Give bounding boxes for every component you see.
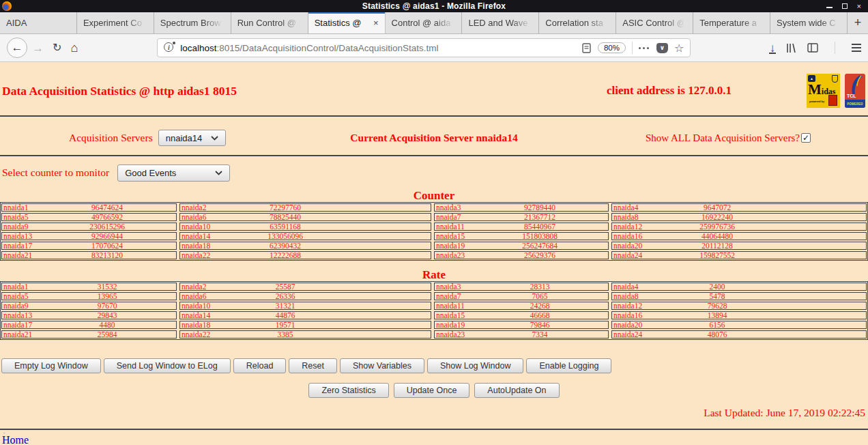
server-name: nnaida10 (180, 222, 252, 231)
midas-logo[interactable]: ▲ Midas powered by (807, 74, 840, 108)
server-name: nnaida14 (180, 311, 252, 319)
enable-logging-button[interactable]: Enable Logging (526, 358, 611, 373)
stat-value: 7334 (507, 330, 573, 339)
bookmark-star-icon[interactable]: ☆ (674, 42, 684, 55)
stat-cell-nnaida15: nnaida15151803808 (434, 232, 609, 240)
url-text[interactable]: localhost:8015/DataAcquisitionControl/Da… (180, 43, 577, 53)
counter-select[interactable]: Good Events (117, 164, 230, 182)
footer-dot: . (3, 430, 868, 434)
browser-tab-asic-control[interactable]: ASIC Control @ (616, 12, 693, 33)
stat-value: 12222688 (252, 251, 318, 259)
tab-title: Correlation sta (545, 18, 609, 28)
stat-value: 20112128 (684, 242, 750, 250)
browser-tab-statistics[interactable]: Statistics @× (308, 12, 386, 33)
stat-cell-nnaida18: nnaida1819571 (179, 321, 431, 329)
server-name: nnaida19 (435, 321, 507, 329)
page-actions-icon[interactable] (639, 47, 649, 49)
show-log-window-button[interactable]: Show Log Window (427, 358, 524, 373)
site-info-icon[interactable]: i (164, 42, 175, 53)
stat-value: 5478 (684, 292, 750, 300)
server-name: nnaida12 (612, 222, 684, 231)
browser-tab-spectrum-brow[interactable]: Spectrum Brow (154, 12, 231, 33)
stat-cell-nnaida9: nnaida9230615296 (1, 222, 177, 231)
stat-cell-nnaida12: nnaida12259976736 (611, 222, 867, 231)
browser-tab-aida[interactable]: AIDA (0, 12, 77, 33)
divider (0, 115, 868, 117)
zoom-level-badge[interactable]: 80% (598, 42, 626, 53)
menu-icon[interactable] (852, 44, 861, 52)
server-name: nnaida8 (612, 292, 684, 300)
browser-tab-experiment-co[interactable]: Experiment Co (77, 12, 154, 33)
stat-cell-nnaida20: nnaida2020112128 (611, 242, 867, 250)
stat-value: 72297760 (252, 203, 318, 212)
reload-button[interactable]: ↻ (53, 42, 61, 53)
stat-cell-nnaida10: nnaida1031321 (179, 302, 431, 310)
pocket-icon[interactable]: ∨ (656, 43, 668, 53)
server-select[interactable]: nnaida14 (158, 130, 227, 146)
stat-value: 85440967 (507, 222, 573, 231)
stat-cell-nnaida13: nnaida1392966944 (1, 232, 177, 240)
urlbar-separator (632, 42, 633, 54)
reader-mode-icon[interactable] (582, 43, 591, 53)
home-link[interactable]: Home (2, 434, 29, 445)
stat-value: 96474624 (74, 203, 140, 212)
stat-value: 151803808 (507, 232, 573, 240)
forward-button[interactable]: → (32, 42, 44, 54)
show-variables-button[interactable]: Show Variables (340, 358, 424, 373)
server-name: nnaida13 (2, 311, 74, 319)
tab-close-icon[interactable]: × (373, 18, 379, 28)
stat-value: 49766592 (74, 213, 140, 221)
downloads-button[interactable]: ↓ (769, 42, 776, 54)
last-updated-text: Last Updated: June 17, 2019 02:22:45 (0, 407, 868, 419)
home-button[interactable]: ⌂ (70, 42, 78, 54)
stat-value: 25984 (74, 330, 140, 339)
minimize-icon[interactable] (826, 0, 833, 12)
stat-cell-nnaida22: nnaida2212222688 (179, 251, 431, 259)
browser-tab-run-control[interactable]: Run Control @ (231, 12, 308, 33)
library-icon[interactable] (786, 43, 797, 53)
server-name: nnaida12 (612, 302, 684, 310)
send-log-window-to-elog-button[interactable]: Send Log Window to ELog (104, 358, 231, 373)
current-server-text: Current Acquisition Server nnaida14 (350, 132, 517, 144)
autoupdate-on-button[interactable]: AutoUpdate On (474, 383, 559, 398)
tcl-logo[interactable]: TCL POWERED (845, 74, 865, 108)
close-icon[interactable]: × (857, 0, 861, 12)
show-all-servers-checkbox[interactable]: ✓ (801, 133, 811, 143)
window-titlebar: Statistics @ aidas1 - Mozilla Firefox × (0, 0, 868, 12)
url-bar[interactable]: i localhost:8015/DataAcquisitionControl/… (157, 38, 691, 57)
reload-button[interactable]: Reload (233, 358, 287, 373)
reset-button[interactable]: Reset (289, 358, 337, 373)
empty-log-window-button[interactable]: Empty Log Window (1, 358, 101, 373)
stat-cell-nnaida17: nnaida174480 (1, 321, 177, 329)
stat-value: 28313 (507, 283, 573, 291)
zero-statistics-button[interactable]: Zero Statistics (308, 383, 388, 398)
stat-value: 79628 (684, 302, 750, 310)
sidebar-toggle-icon[interactable] (807, 43, 818, 53)
maximize-icon[interactable] (842, 0, 848, 12)
tab-title: Run Control @ (237, 18, 302, 28)
back-button[interactable]: ← (7, 38, 27, 58)
stat-cell-nnaida14: nnaida1444876 (179, 311, 431, 319)
tab-title: Control @ aida (392, 18, 456, 28)
midas-red-badge (828, 95, 837, 106)
browser-tab-system-wide-c[interactable]: System wide C (770, 12, 848, 33)
browser-tab-led-and-wave[interactable]: LED and Wave (462, 12, 539, 33)
server-name: nnaida24 (612, 330, 684, 339)
stat-cell-nnaida8: nnaida816922240 (611, 213, 867, 221)
browser-tab-control-aida[interactable]: Control @ aida (386, 12, 463, 33)
update-once-button[interactable]: Update Once (394, 383, 470, 398)
stat-value: 48076 (684, 330, 750, 339)
browser-tab-temperature-a[interactable]: Temperature a (693, 12, 770, 33)
stat-value: 44064480 (684, 232, 750, 240)
server-name: nnaida19 (435, 242, 507, 250)
browser-tab-correlation-sta[interactable]: Correlation sta (539, 12, 616, 33)
server-name: nnaida4 (612, 283, 684, 291)
stat-cell-nnaida24: nnaida24159827552 (611, 251, 867, 259)
stat-value: 25587 (252, 283, 318, 291)
new-tab-button[interactable]: + (848, 12, 868, 33)
tab-title: System wide C (777, 18, 841, 28)
stat-value: 83213120 (74, 251, 140, 259)
server-name: nnaida11 (435, 222, 507, 231)
server-name: nnaida7 (435, 292, 507, 300)
tcl-logo-text: TCL (847, 94, 856, 98)
